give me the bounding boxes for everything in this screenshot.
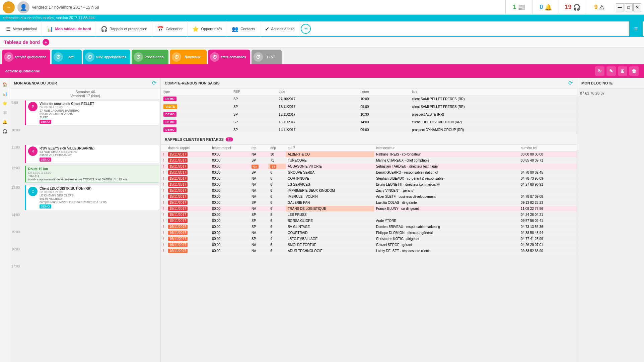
rappels-row[interactable]: ! 16/11/2017 00:00 SP 6 BV GLINTAGE Dami…: [161, 224, 577, 230]
rappels-row[interactable]: ! 16/11/2017 00:00 NA 6 SMOLDE TORTUE Gh…: [161, 242, 577, 248]
close-button[interactable]: ✕: [633, 3, 641, 11]
rappels-row[interactable]: ! 15/11/2017 00:00 NA 6 COR-INNOVE Stéph…: [161, 176, 577, 182]
warning-icon: ⚠: [599, 4, 604, 11]
counter-notif[interactable]: 0 🔔: [532, 0, 559, 15]
nav-hamburger-button[interactable]: ≡: [629, 21, 643, 37]
event-eleys[interactable]: R R'DV ELEYS (RR VILLEURBANNE) 63 RUE CR…: [25, 145, 159, 163]
rappels-cell-alert: !: [161, 188, 166, 194]
rappels-cell-tel: 04 78 87 09 08: [519, 194, 577, 200]
cr-row[interactable]: DEMO SP 14/11/2017 09:00 prospect DYNAMO…: [161, 126, 577, 134]
time-content-1300: C Client LDLC DISTRIBUTION (RR) De 08:00…: [23, 184, 160, 212]
minimize-button[interactable]: —: [616, 3, 624, 11]
time-slot-1600: 16:00: [10, 246, 160, 263]
rappels-row[interactable]: ! 15/11/2017 00:00 SP 71 TUNECORE Marine…: [161, 158, 577, 164]
rappels-cell-tel: 04 73 13 56 36: [519, 224, 577, 230]
cr-sync-icon[interactable]: ⟳: [568, 80, 573, 86]
agenda-sync-icon[interactable]: ⟳: [152, 80, 156, 86]
dashboard-header: Tableau de bord +: [0, 37, 644, 48]
rappels-cell-dep: 71: [268, 158, 286, 164]
sidebar-icon-headset[interactable]: 🎧: [2, 128, 8, 135]
rappels-row[interactable]: ! 16/11/2017 00:00 NA 6 ADUR TECHNOLOGIE…: [161, 248, 577, 254]
cr-row[interactable]: DEMO SP 13/11/2017 14:00 client LDLC DIS…: [161, 118, 577, 126]
counter-alerts[interactable]: 9 ⚠: [586, 0, 613, 15]
tab-suivi-icon: ⏱: [85, 52, 94, 62]
sidebar-icon-dashboard[interactable]: 📊: [2, 90, 8, 97]
cr-cell-titre: client SAMI PELLET FRERES (RR): [409, 95, 577, 103]
rappels-cell-rep: NA: [249, 164, 268, 170]
rappels-cell-qui: BV GLINTAGE: [286, 224, 374, 230]
rappels-row[interactable]: ! 15/11/2017 00:00 SP 6 GALERIE PAN Laet…: [161, 200, 577, 206]
rappels-cell-rep: NA: [249, 248, 268, 254]
rappels-header-title: RAPPELS CLIENTS EN RETARDS: [165, 137, 224, 141]
nav-add-button[interactable]: +: [301, 24, 311, 34]
cr-row[interactable]: VISITE SP 13/11/2017 09:00 client SAMI P…: [161, 103, 577, 111]
sidebar-icon-bell[interactable]: 🔔: [2, 119, 8, 125]
tab-test-label: TEST: [267, 55, 275, 59]
cr-row[interactable]: DEMO SP 27/10/2017 10:00 client SAMI PEL…: [161, 95, 577, 103]
rappels-cell-alert: !: [161, 218, 166, 224]
rappels-cell-dep: 30: [268, 152, 286, 158]
rappels-cell-heure: 00:00: [210, 158, 249, 164]
rappels-row[interactable]: ! 15/11/2017 00:00 NA 30 ALBERT & CO Nat…: [161, 152, 577, 158]
rappels-body[interactable]: date du rappel heure rappel rep dép qui …: [161, 145, 577, 362]
rappels-row[interactable]: ! 16/11/2017 00:00 NA 6 COURTRAID Philip…: [161, 230, 577, 236]
time-slot-1300: 13:00 C Client LDLC DISTRIBUTION (RR) De…: [10, 184, 160, 212]
time-slot-1200: 12:00 Route 15 km De 12:30 à 13:30 TRAJE…: [10, 165, 160, 184]
counter-news[interactable]: 1 📰: [505, 0, 532, 15]
rappels-row[interactable]: ! 16/11/2017 00:00 SP 4 LBTC EMBALLAGE C…: [161, 236, 577, 242]
tab-adf[interactable]: ⏱ adf: [52, 50, 82, 64]
cr-section: COMPTE-RENDUS NON SAISIS ⟳ type REP date…: [161, 78, 577, 134]
event-route-title: Route 15 km: [28, 167, 157, 171]
rappels-cell-qui: COR-INNOVE: [286, 176, 374, 182]
rappels-cell-tel: 04 78 00 02 45: [519, 170, 577, 176]
refresh-button[interactable]: ↻: [595, 66, 604, 76]
tab-activite-quotidienne[interactable]: ⏱ activité quotidienne: [2, 50, 50, 64]
dashboard-add-button[interactable]: +: [43, 39, 49, 46]
nav-calendrier[interactable]: 📅 Calendrier: [152, 21, 188, 37]
sidebar-icon-home[interactable]: 🏠: [2, 81, 8, 88]
status-text: connexion aux données locales, version 2…: [3, 16, 95, 20]
nav-contacts[interactable]: 👥 Contacts: [227, 21, 260, 37]
counter-calls[interactable]: 19 🎧: [559, 0, 586, 15]
rappels-cell-qui: TUNECORE: [286, 158, 374, 164]
cr-row[interactable]: DEMO SP 13/11/2017 10:30 prospect ALSTE …: [161, 111, 577, 118]
bloc-note-content[interactable]: 07 62 78 26 37: [577, 88, 644, 362]
rappels-cell-rep: SP: [249, 218, 268, 224]
nav-actions-label: Actions à faire: [271, 27, 295, 31]
rappels-row[interactable]: ! 15/11/2017 00:00 SP 6 GROUPE SERBA Ben…: [161, 170, 577, 176]
rappels-row[interactable]: ! 15/11/2017 00:00 SP 8 LES PRUSS 04 24 …: [161, 212, 577, 218]
event-pellet[interactable]: P Visite de courtoisie Client PELLET De …: [25, 100, 159, 125]
tab-previsionnel[interactable]: ⏱ Prévisionnel: [132, 50, 168, 64]
grid-button[interactable]: ⊞: [618, 66, 627, 76]
tab-nouveaux[interactable]: ⏱ Nouveaux: [170, 50, 207, 64]
cr-table: type REP date heure titre DEMO SP 27/10/…: [161, 88, 577, 134]
rappels-row[interactable]: ! 15/11/2017 00:00 NA 6 LG SERVICES Brun…: [161, 182, 577, 188]
rappels-row[interactable]: ! 15/11/2017 00:00 NA 6 IMBRULE - VOLFIN…: [161, 194, 577, 200]
tab-test[interactable]: ⏱ TEST: [252, 50, 282, 64]
event-ldlc[interactable]: C Client LDLC DISTRIBUTION (RR) De 08:00…: [25, 185, 159, 210]
nav-rappels[interactable]: 🎧 Rappels et prospection: [96, 21, 152, 37]
edit-button[interactable]: ✎: [606, 66, 616, 76]
event-route[interactable]: Route 15 km De 12:30 à 13:30 TRAJET nomb…: [25, 166, 159, 183]
rappels-cell-dep: 4: [268, 236, 286, 242]
rappels-cell-alert: !: [161, 200, 166, 206]
event-eleys-addr1: 63 RUE CROIX DESCRIPS: [40, 150, 157, 154]
sidebar-icon-star[interactable]: ⭐: [2, 100, 8, 107]
rappels-row[interactable]: ! 15/11/2017 00:00 NA 6 IMPRIMERIE DEUX …: [161, 188, 577, 194]
maximize-button[interactable]: □: [625, 3, 633, 11]
rappels-row[interactable]: ! 15/11/2017 00:00 SP 6 BORSA GLIORE Aud…: [161, 218, 577, 224]
nav-opportunites[interactable]: ⭐ Opportunités: [188, 21, 227, 37]
nav-actions[interactable]: ✔ Actions à faire: [260, 21, 300, 37]
rappels-cell-alert: !: [161, 176, 166, 182]
rappels-row[interactable]: ! 15/11/2017 00:00 NA 38 AQUASONIE VITOR…: [161, 164, 577, 170]
rappels-cell-tel: 04 38 58 48 94: [519, 230, 577, 236]
rappels-cell-alert: !: [161, 224, 166, 230]
agenda-body[interactable]: 9:00 P Visite de courtoisie Client PELLE…: [10, 100, 160, 362]
nav-menu-principal[interactable]: ☰ Menu principal: [1, 21, 42, 37]
sidebar-icon-email[interactable]: ✉: [2, 109, 8, 116]
tab-suivi[interactable]: ⏱ suivi appels/visites: [83, 50, 130, 64]
rappels-row[interactable]: ! 15/11/2017 00:00 NA 6 TRANS DE LOGISTI…: [161, 206, 577, 212]
nav-tableau-bord[interactable]: 📊 Mon tableau de bord: [42, 21, 96, 37]
tab-stats[interactable]: ⏱ stats demandes: [208, 50, 250, 64]
delete-button[interactable]: 🗑: [629, 66, 639, 76]
